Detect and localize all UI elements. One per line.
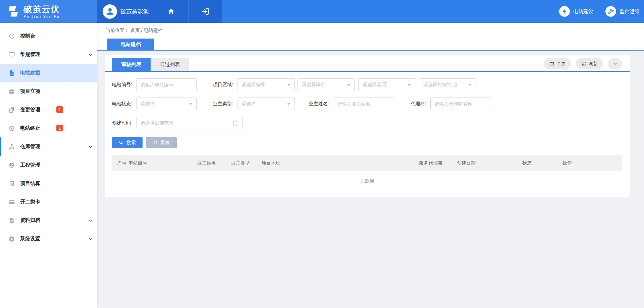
station-status-select[interactable]: 请选择 bbox=[136, 98, 197, 110]
sidebar-label: 系统设置 bbox=[20, 236, 40, 242]
gauge-icon bbox=[8, 33, 15, 40]
content-panel: 审核列表 通过列表 全屏 bbox=[105, 55, 630, 197]
empty-state: 无数据 bbox=[105, 171, 630, 184]
page-tab-station-filing[interactable]: 电站建档 bbox=[107, 39, 154, 50]
owner-name-input[interactable] bbox=[333, 98, 394, 110]
filter-row-3: 创建时间: bbox=[112, 117, 622, 129]
credit-card-icon bbox=[8, 199, 15, 205]
town-select[interactable]: 请选择村镇/街道 bbox=[419, 78, 476, 91]
sidebar-item-console[interactable]: 控制台 bbox=[0, 27, 97, 45]
sidebar-item-open-card[interactable]: 开二类卡 bbox=[0, 193, 97, 211]
sidebar-item-change-mgmt[interactable]: 变更管理 1 bbox=[0, 101, 97, 119]
record-circle-icon bbox=[8, 125, 15, 132]
province-select[interactable]: 请选择省份 bbox=[237, 78, 295, 91]
chevron-down-icon bbox=[88, 52, 93, 57]
field-label: 电站状态: bbox=[112, 101, 132, 107]
sidebar-label: 工程管理 bbox=[20, 162, 40, 168]
fullscreen-icon bbox=[549, 61, 554, 66]
field-label: 业主类型: bbox=[213, 101, 233, 107]
collapse-toolbar-button[interactable] bbox=[608, 58, 622, 69]
home-button[interactable] bbox=[154, 0, 188, 23]
tab-review-list[interactable]: 审核列表 bbox=[112, 58, 151, 71]
field-station-status: 电站状态: 请选择 bbox=[112, 98, 197, 110]
field-label: 代理商: bbox=[411, 101, 426, 107]
agent-input[interactable] bbox=[430, 98, 491, 110]
filter-form: 电站编号: 项目区域: 请选择省份 请选择城市 bbox=[105, 72, 630, 129]
calculator-icon bbox=[8, 180, 15, 187]
lightning-icon bbox=[559, 6, 570, 17]
sidebar-item-station-filing[interactable]: 电站建档 bbox=[0, 64, 97, 82]
field-station-no: 电站编号: bbox=[112, 78, 197, 91]
sidebar-label: 变更管理 bbox=[20, 107, 40, 113]
breadcrumb-prefix: 当前位置： bbox=[106, 27, 129, 33]
col-actions: 操作 bbox=[562, 160, 622, 166]
chevron-down-icon bbox=[612, 61, 618, 66]
top-header: 破茧云伏 Po Jian Yun Fu 破茧新能源 bbox=[0, 0, 644, 23]
logout-button[interactable] bbox=[188, 0, 222, 23]
brand-mark-icon bbox=[6, 4, 20, 19]
sidebar-item-station-termination[interactable]: 电站终止 1 bbox=[0, 119, 97, 137]
gear-icon bbox=[8, 236, 15, 242]
city-select[interactable]: 请选择城市 bbox=[298, 78, 355, 91]
chevron-down-icon bbox=[347, 84, 350, 86]
user-icon bbox=[105, 6, 115, 16]
filter-row-1: 电站编号: 项目区域: 请选择省份 请选择城市 bbox=[112, 78, 622, 91]
wrench-icon bbox=[605, 6, 616, 17]
col-owner-type: 业主类型 bbox=[231, 160, 262, 166]
chevron-down-icon bbox=[408, 84, 411, 86]
sitemap-icon bbox=[8, 143, 15, 150]
field-owner-name: 业主姓名: bbox=[309, 98, 394, 110]
sidebar-item-data-archive[interactable]: 资料归档 bbox=[0, 211, 97, 230]
copy-icon bbox=[8, 107, 15, 113]
date-range-input[interactable] bbox=[136, 117, 243, 129]
sidebar-item-system-settings[interactable]: 系统设置 bbox=[0, 230, 97, 248]
col-create-date: 创建日期 bbox=[457, 160, 522, 166]
sidebar-item-general-mgmt[interactable]: 常规管理 bbox=[0, 45, 97, 64]
field-owner-type: 业主类型: 请选择 bbox=[213, 98, 295, 110]
sidebar-item-engineering-mgmt[interactable]: 工程管理 bbox=[0, 156, 97, 174]
nav-monitor-ops[interactable]: 监控运维 bbox=[605, 6, 640, 17]
tab-passed-list[interactable]: 通过列表 bbox=[151, 58, 189, 71]
station-no-input[interactable] bbox=[136, 78, 197, 91]
archive-file-icon bbox=[8, 217, 15, 224]
list-tabs-row: 审核列表 通过列表 全屏 bbox=[105, 55, 630, 72]
breadcrumb-current: 电站建档 bbox=[144, 27, 163, 33]
fullscreen-button[interactable]: 全屏 bbox=[544, 58, 571, 69]
monitor-icon bbox=[8, 51, 15, 58]
field-region: 项目区域: 请选择省份 请选择城市 请选择县/区 bbox=[213, 78, 476, 91]
sidebar-item-warehouse-mgmt[interactable]: 仓库管理 bbox=[0, 137, 97, 156]
breadcrumb: 当前位置： 首页 / 电站建档 bbox=[106, 27, 163, 34]
reset-button[interactable]: 重置 bbox=[146, 137, 177, 148]
main-content: 当前位置： 首页 / 电站建档 电站建档 审核列表 通过列表 bbox=[97, 23, 644, 308]
reset-icon bbox=[153, 140, 158, 145]
nav-monitor-ops-label: 监控运维 bbox=[620, 8, 640, 15]
sidebar-label: 资料归档 bbox=[20, 217, 40, 224]
col-service-agent: 服务代理商 bbox=[419, 160, 457, 166]
badge-count: 1 bbox=[56, 106, 63, 113]
owner-type-select[interactable]: 请选择 bbox=[237, 98, 295, 110]
briefcase-icon bbox=[8, 88, 15, 95]
sidebar-label: 电站建档 bbox=[20, 70, 40, 76]
sidebar-label: 仓库管理 bbox=[20, 143, 40, 150]
refresh-icon bbox=[581, 61, 587, 66]
col-station-no: 电站编号 bbox=[128, 160, 197, 166]
chevron-down-icon bbox=[88, 237, 93, 241]
sidebar: 控制台 常规管理 电站建档 bbox=[0, 23, 97, 308]
chevron-down-icon bbox=[88, 218, 93, 223]
nav-station-build-label: 电站建设 bbox=[573, 8, 593, 15]
search-button[interactable]: 搜索 bbox=[112, 137, 143, 148]
sidebar-item-project-settlement[interactable]: 项目结算 bbox=[0, 174, 97, 193]
document-icon bbox=[8, 70, 15, 76]
breadcrumb-separator: / bbox=[141, 27, 144, 33]
breadcrumb-home-link[interactable]: 首页 bbox=[130, 27, 140, 33]
sidebar-item-project-initiation[interactable]: 项目立项 bbox=[0, 82, 97, 101]
brand-logo: 破茧云伏 Po Jian Yun Fu bbox=[0, 0, 97, 23]
field-label: 项目区域: bbox=[213, 82, 233, 88]
user-info[interactable]: 破茧新能源 bbox=[97, 0, 154, 23]
nav-station-build[interactable]: 电站建设 bbox=[559, 6, 593, 17]
refresh-button[interactable]: 刷新 bbox=[576, 58, 603, 69]
sidebar-label: 控制台 bbox=[20, 33, 35, 39]
calendar-icon bbox=[232, 120, 239, 126]
field-label: 电站编号: bbox=[112, 82, 132, 88]
county-select[interactable]: 请选择县/区 bbox=[358, 78, 415, 91]
